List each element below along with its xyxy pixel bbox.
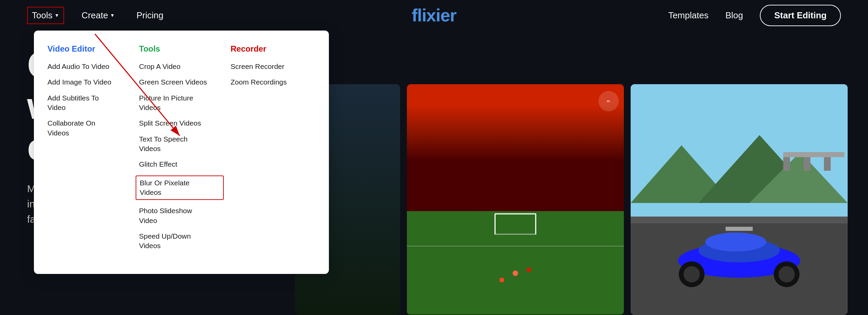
slideshow-text: Photo SlideshowVideo [139, 207, 192, 224]
nav-tools[interactable]: Tools ▼ [27, 7, 64, 24]
tools-chevron-icon: ▼ [55, 13, 59, 18]
dropdown-item-add-subtitles[interactable]: Add Subtitles ToVideo [47, 93, 132, 113]
blur-text: Blur Or PixelateVideos [140, 179, 190, 196]
svg-point-8 [513, 271, 518, 276]
video-editor-header: Video Editor [47, 44, 132, 54]
dropdown-item-glitch[interactable]: Glitch Effect [139, 160, 224, 169]
svg-point-26 [705, 233, 766, 252]
svg-rect-20 [631, 217, 848, 223]
dropdown-item-pip[interactable]: Picture In PictureVideos [139, 93, 224, 113]
dropdown-item-crop[interactable]: Crop A Video [139, 62, 224, 71]
svg-rect-18 [824, 157, 831, 171]
svg-point-9 [499, 278, 504, 282]
tools-col-header: Tools [139, 44, 224, 54]
dropdown-item-green-screen[interactable]: Green Screen Videos [139, 77, 224, 87]
start-editing-button[interactable]: Start Editing [760, 5, 841, 26]
navbar: Tools ▼ Create ▼ Pricing flixier Templat… [0, 0, 868, 31]
speed-text: Speed Up/DownVideos [139, 232, 191, 249]
nav-left: Tools ▼ Create ▼ Pricing [27, 7, 167, 24]
svg-point-30 [778, 266, 795, 282]
nav-pricing[interactable]: Pricing [132, 7, 167, 23]
dropdown-item-add-audio[interactable]: Add Audio To Video [47, 62, 132, 71]
dropdown-item-blur[interactable]: Blur Or PixelateVideos [136, 175, 224, 200]
site-logo[interactable]: flixier [412, 5, 456, 25]
dropdown-item-screen-recorder[interactable]: Screen Recorder [231, 62, 315, 71]
create-label: Create [82, 10, 108, 21]
svg-rect-2 [407, 212, 624, 314]
dropdown-item-collaborate[interactable]: Collaborate OnVideos [47, 118, 132, 138]
dropdown-col-recorder: Recorder Screen Recorder Zoom Recordings [231, 44, 315, 257]
video-thumbnail-2: PL [407, 84, 624, 315]
dropdown-item-zoom[interactable]: Zoom Recordings [231, 77, 315, 87]
svg-rect-17 [804, 157, 810, 171]
tts-text: Text To SpeechVideos [139, 135, 188, 152]
pricing-label: Pricing [136, 10, 163, 21]
pip-text: Picture In PictureVideos [139, 94, 193, 111]
collaborate-text: Collaborate OnVideos [47, 119, 95, 136]
recorder-header: Recorder [231, 44, 315, 54]
add-subtitles-text: Add Subtitles ToVideo [47, 94, 99, 111]
dropdown-item-add-image[interactable]: Add Image To Video [47, 77, 132, 87]
svg-rect-15 [783, 152, 844, 157]
svg-rect-16 [783, 157, 790, 171]
nav-templates[interactable]: Templates [668, 10, 709, 21]
svg-rect-21 [726, 227, 753, 231]
premier-league-badge: PL [598, 91, 619, 111]
nav-blog[interactable]: Blog [725, 10, 743, 21]
svg-point-28 [684, 266, 700, 282]
dropdown-col-tools: Tools Crop A Video Green Screen Videos P… [139, 44, 231, 257]
dropdown-item-slideshow[interactable]: Photo SlideshowVideo [139, 206, 224, 225]
tools-label: Tools [32, 10, 53, 21]
dropdown-item-speed[interactable]: Speed Up/DownVideos [139, 231, 224, 251]
dropdown-item-tts[interactable]: Text To SpeechVideos [139, 134, 224, 154]
nav-create[interactable]: Create ▼ [78, 7, 119, 23]
dropdown-col-video-editor: Video Editor Add Audio To Video Add Imag… [47, 44, 139, 257]
nav-right: Templates Blog Start Editing [668, 5, 841, 26]
create-chevron-icon: ▼ [110, 13, 115, 18]
tools-dropdown: Video Editor Add Audio To Video Add Imag… [34, 31, 329, 274]
video-thumbnail-3 [631, 84, 848, 315]
svg-point-10 [527, 267, 531, 272]
dropdown-item-split-screen[interactable]: Split Screen Videos [139, 118, 224, 128]
